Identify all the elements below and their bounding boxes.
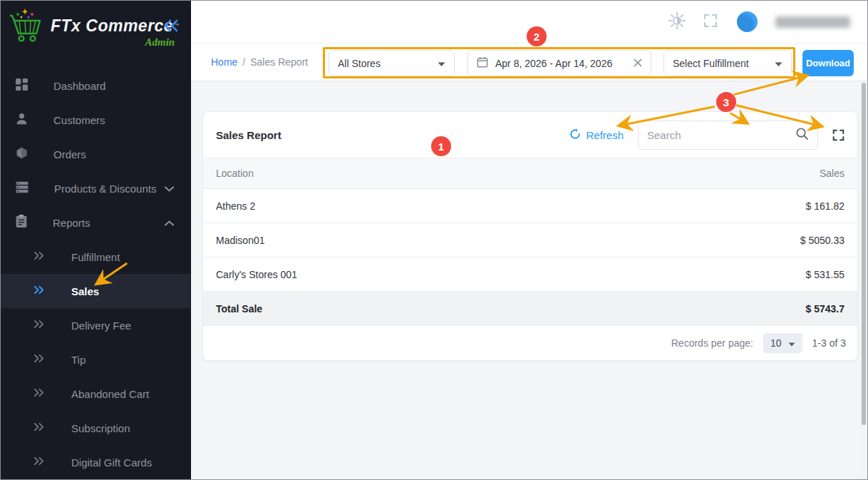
- sidebar-subitem-fulfillment[interactable]: Fulfillment: [1, 240, 190, 274]
- sidebar-subitem-label: Delivery Fee: [71, 320, 131, 332]
- records-per-page-label: Records per page:: [671, 337, 753, 349]
- fullscreen-icon[interactable]: [703, 14, 718, 31]
- sidebar-subitem-subscription[interactable]: Subscription: [1, 411, 190, 445]
- sales-cell: $ 531.55: [806, 269, 845, 280]
- sidebar: FTx Commerce™ Admin Dashboard: [1, 1, 191, 479]
- refresh-label: Refresh: [586, 129, 624, 141]
- sidebar-subitem-label: Abandoned Cart: [71, 388, 149, 400]
- date-range-value: Apr 8, 2026 - Apr 14, 2026: [495, 58, 626, 69]
- sidebar-subitem-abandoned-cart[interactable]: Abandoned Cart: [1, 377, 190, 411]
- location-cell: Carly's Stores 001: [216, 269, 806, 280]
- sidebar-item-reports[interactable]: Reports: [1, 205, 190, 240]
- table-footer: Records per page: 10 1-3 of 3: [203, 326, 857, 360]
- dashboard-icon: [16, 78, 28, 93]
- page-size-select[interactable]: 10: [763, 333, 802, 353]
- breadcrumb-separator: /: [242, 56, 245, 68]
- sidebar-subitem-digital-gift-cards[interactable]: Digital Gift Cards: [1, 445, 190, 479]
- table-fullscreen-icon[interactable]: [832, 129, 844, 141]
- double-chevron-right-icon: [33, 456, 44, 469]
- main-area: Home / Sales Report All Stores: [191, 1, 868, 479]
- products-icon: [16, 181, 29, 196]
- sidebar-item-customers[interactable]: Customers: [1, 103, 190, 137]
- location-cell: Athens 2: [216, 200, 806, 212]
- double-chevron-right-icon: [33, 250, 44, 263]
- logo-area: FTx Commerce™ Admin: [1, 1, 190, 66]
- sales-cell: $ 161.82: [806, 200, 845, 212]
- vertical-scrollbar[interactable]: [861, 81, 867, 479]
- search-input[interactable]: [647, 129, 795, 141]
- sidebar-subitem-delivery-fee[interactable]: Delivery Fee: [1, 308, 190, 342]
- sidebar-item-label: Reports: [53, 217, 91, 229]
- sales-report-card: Sales Report Refresh: [202, 111, 858, 361]
- total-value: $ 5743.7: [806, 303, 845, 315]
- clear-date-icon[interactable]: [634, 58, 642, 69]
- store-filter-select[interactable]: All Stores: [329, 50, 455, 76]
- sidebar-item-dashboard[interactable]: Dashboard: [1, 68, 190, 103]
- table-row[interactable]: Madison01 $ 5050.33: [203, 223, 857, 257]
- sidebar-subitem-sales[interactable]: Sales: [1, 274, 190, 308]
- table-total-row: Total Sale $ 5743.7: [203, 292, 857, 326]
- table-header-row: Location Sales: [203, 158, 857, 189]
- download-button[interactable]: Download: [802, 50, 854, 76]
- sidebar-item-label: Products & Discounts: [54, 183, 156, 195]
- brand-badge: Admin: [51, 36, 175, 48]
- total-label: Total Sale: [216, 303, 806, 315]
- sidebar-subitem-label: Tip: [71, 354, 86, 366]
- chevron-down-icon: [165, 182, 174, 195]
- fulfillment-filter-select[interactable]: Select Fulfillment: [663, 50, 792, 76]
- column-header-sales: Sales: [820, 168, 844, 179]
- card-header: Sales Report Refresh: [203, 112, 857, 158]
- store-filter-value: All Stores: [338, 58, 381, 69]
- breadcrumb: Home / Sales Report: [211, 56, 308, 68]
- refresh-icon: [569, 128, 581, 142]
- date-range-picker[interactable]: Apr 8, 2026 - Apr 14, 2026: [467, 50, 651, 76]
- double-chevron-right-icon: [33, 319, 44, 332]
- sidebar-subitem-label: Fulfillment: [71, 251, 120, 263]
- table-row[interactable]: Athens 2 $ 161.82: [203, 189, 857, 223]
- scrollbar-thumb[interactable]: [862, 83, 866, 425]
- sidebar-subitem-tip[interactable]: Tip: [1, 342, 190, 377]
- sidebar-item-label: Customers: [53, 114, 105, 126]
- sidebar-nav: Dashboard Customers: [1, 68, 190, 479]
- chevron-down-icon: [788, 337, 795, 349]
- table-row[interactable]: Carly's Stores 001 $ 531.55: [203, 257, 857, 292]
- chevron-up-icon: [165, 216, 174, 229]
- search-box: [638, 121, 818, 150]
- sidebar-collapse-icon[interactable]: [163, 19, 179, 35]
- sidebar-subitem-label: Sales: [71, 285, 99, 297]
- chevron-down-icon: [438, 58, 445, 69]
- sidebar-item-products-discounts[interactable]: Products & Discounts: [1, 171, 190, 205]
- topbar: [191, 1, 868, 44]
- sidebar-item-orders[interactable]: Orders: [1, 137, 190, 171]
- report-title: Sales Report: [216, 129, 569, 141]
- sidebar-item-label: Orders: [53, 148, 86, 160]
- column-header-location: Location: [216, 168, 820, 179]
- calendar-icon: [477, 56, 488, 70]
- app-window: FTx Commerce™ Admin Dashboard: [0, 0, 868, 480]
- location-cell: Madison01: [216, 235, 800, 246]
- cart-logo-icon: [9, 8, 46, 48]
- sidebar-item-label: Dashboard: [53, 80, 105, 92]
- pagination-range: 1-3 of 3: [812, 337, 846, 349]
- user-avatar[interactable]: [737, 11, 758, 32]
- double-chevron-right-icon: [33, 353, 44, 366]
- sidebar-subitem-label: Subscription: [71, 422, 130, 434]
- search-icon[interactable]: [795, 127, 809, 143]
- chevron-down-icon: [775, 58, 782, 69]
- theme-brightness-icon[interactable]: [668, 12, 686, 32]
- brand-name: FTx Commerce: [51, 16, 173, 35]
- breadcrumb-home-link[interactable]: Home: [211, 56, 237, 68]
- customers-icon: [16, 113, 28, 128]
- double-chevron-right-icon: [33, 285, 44, 297]
- orders-icon: [16, 147, 28, 162]
- refresh-button[interactable]: Refresh: [569, 128, 624, 142]
- double-chevron-right-icon: [33, 387, 44, 400]
- filter-bar: Home / Sales Report All Stores: [191, 44, 868, 81]
- page-size-value: 10: [770, 337, 782, 349]
- fulfillment-filter-value: Select Fulfillment: [673, 58, 749, 69]
- double-chevron-right-icon: [33, 422, 44, 434]
- sales-cell: $ 5050.33: [800, 235, 844, 246]
- reports-icon: [16, 215, 27, 230]
- user-name-redacted: [775, 16, 850, 28]
- breadcrumb-current: Sales Report: [250, 56, 308, 68]
